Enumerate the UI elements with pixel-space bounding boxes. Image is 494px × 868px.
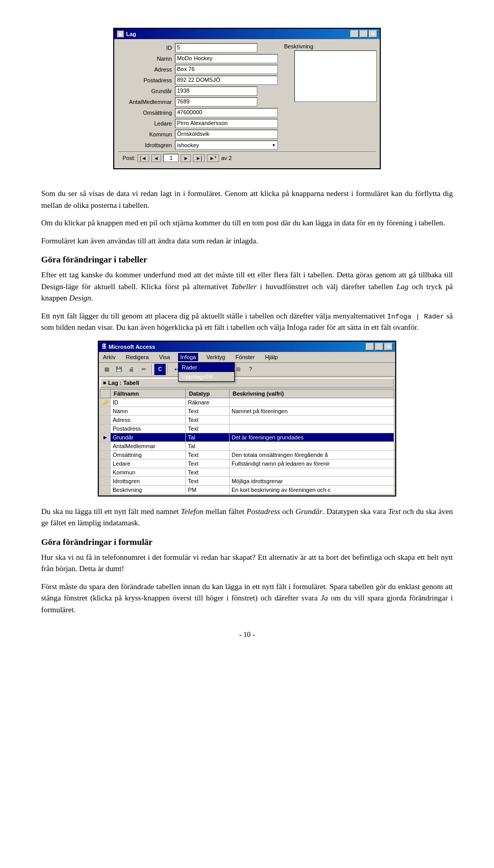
cell-beskrivning-desc[interactable]: En kort beskrivning av föreningen och c <box>229 485 394 494</box>
cell-antal-type[interactable]: Tal <box>186 441 230 450</box>
cell-idrottsgren-desc[interactable]: Möjliga idrottsgrenar <box>229 476 394 485</box>
p7-end: . Datatypen ska vara <box>323 507 389 516</box>
cell-adress-type[interactable]: Text <box>186 415 230 424</box>
cell-ledare-type[interactable]: Text <box>186 459 230 468</box>
cell-postadress-desc[interactable] <box>229 424 394 433</box>
cell-omsattning-name[interactable]: Omsättning <box>111 450 186 459</box>
maximize-button[interactable]: □ <box>360 30 368 38</box>
access-titlebar-buttons: _ □ ✕ <box>366 343 393 350</box>
toolbar-btn-4[interactable]: ✂ <box>138 364 149 375</box>
paragraph-7: Du ska nu lägga till ett nytt fält med n… <box>41 506 453 529</box>
input-kommun[interactable]: Örnsköldsvik <box>175 130 278 139</box>
table-row[interactable]: 🔑 ID Räknare <box>100 398 394 406</box>
cell-id-name[interactable]: ID <box>111 398 186 406</box>
menu-arkiv[interactable]: Arkiv <box>101 353 117 361</box>
cell-grundar-name[interactable]: Grundår <box>111 433 186 441</box>
toolbar-btn-active[interactable]: C <box>154 364 166 375</box>
cell-beskrivning-type[interactable]: PM <box>186 485 230 494</box>
p7-italic2: Postadress <box>246 507 280 516</box>
menu-verktyg[interactable]: Verktyg <box>204 353 227 361</box>
input-id[interactable]: 5 <box>175 43 257 52</box>
infoga-uppslag-item[interactable]: Uppslags­fält... <box>179 372 234 381</box>
cell-ledare-name[interactable]: Ledare <box>111 459 186 468</box>
nav-first-button[interactable]: |◄ <box>137 154 149 162</box>
cell-namn-desc[interactable]: Namnet på föreningen <box>229 406 394 415</box>
toolbar-btn-2[interactable]: 💾 <box>113 364 125 375</box>
page: ■ Lag _ □ ✕ ID 5 N <box>0 0 494 670</box>
table-row[interactable]: Namn Text Namnet på föreningen <box>100 406 394 415</box>
cell-omsattning-type[interactable]: Text <box>186 450 230 459</box>
input-adress[interactable]: Box 76 <box>175 65 278 74</box>
table-design-title: Lag : Tabell <box>108 380 139 386</box>
cell-idrottsgren-name[interactable]: Idrottsgren <box>111 476 186 485</box>
access-maximize-button[interactable]: □ <box>375 343 383 350</box>
design-table: Fältnamn Datatyp Beskrivning (valfri) 🔑 … <box>100 389 394 494</box>
table-row[interactable]: Postadress Text <box>100 424 394 433</box>
cell-antal-desc[interactable] <box>229 441 394 450</box>
cell-idrottsgren-type[interactable]: Text <box>186 476 230 485</box>
table-design-icon: ■ <box>103 380 106 385</box>
nav-last-button[interactable]: ►| <box>193 154 205 162</box>
input-omsattning[interactable]: 47600000 <box>175 108 278 117</box>
input-namn[interactable]: MoDo Hockey <box>175 54 278 63</box>
cell-kommun-type[interactable]: Text <box>186 468 230 476</box>
infoga-rader-item[interactable]: Rader <box>179 363 234 372</box>
input-ledare[interactable]: Pirro Alexandersson <box>175 119 278 128</box>
table-row[interactable]: Kommun Text <box>100 468 394 476</box>
menu-hjalp[interactable]: Hjälp <box>263 353 280 361</box>
cell-namn-type[interactable]: Text <box>186 406 230 415</box>
cell-kommun-desc[interactable] <box>229 468 394 476</box>
cell-adress-name[interactable]: Adress <box>111 415 186 424</box>
col-desc-header: Beskrivning (valfri) <box>229 389 394 398</box>
row-icon-antal <box>100 441 111 450</box>
cell-namn-name[interactable]: Namn <box>111 406 186 415</box>
nav-prev-button[interactable]: ◄ <box>151 154 162 162</box>
cell-postadress-name[interactable]: Postadress <box>111 424 186 433</box>
cell-id-type[interactable]: Räknare <box>186 398 230 406</box>
table-row[interactable]: Adress Text <box>100 415 394 424</box>
input-idrottsgren[interactable]: ishockey ▼ <box>175 140 278 150</box>
label-antal: AntalMedlemmar <box>118 99 175 105</box>
table-row-selected[interactable]: ▶ Grundår Tal Det är föreningen grundade… <box>100 433 394 441</box>
beskrivning-area: Beskrivning <box>284 43 377 151</box>
minimize-button[interactable]: _ <box>350 30 359 38</box>
table-row[interactable]: Idrottsgren Text Möjliga idrottsgrenar <box>100 476 394 485</box>
toolbar-btn-11[interactable]: ? <box>245 364 256 375</box>
nav-current-input[interactable] <box>163 154 179 162</box>
cell-omsattning-desc[interactable]: Den totala omsättningen föregående å <box>229 450 394 459</box>
table-row[interactable]: AntalMedlemmar Tal <box>100 441 394 450</box>
menu-infoga[interactable]: Infoga Rader Uppslags­fält... <box>178 353 198 361</box>
titlebar-buttons: _ □ ✕ <box>350 30 377 38</box>
menu-redigera[interactable]: Redigera <box>123 353 151 361</box>
cell-postadress-type[interactable]: Text <box>186 424 230 433</box>
cell-grundar-type[interactable]: Tal <box>186 433 230 441</box>
toolbar-btn-3[interactable]: 🖨 <box>126 364 137 375</box>
input-grundar[interactable]: 1938 <box>175 86 257 96</box>
access-minimize-button[interactable]: _ <box>366 343 374 350</box>
table-row[interactable]: Beskrivning PM En kort beskrivning av fö… <box>100 485 394 494</box>
row-icon-idrottsgren <box>100 476 111 485</box>
label-idrottsgren: Idrottsgren <box>118 142 175 148</box>
row-icon-omsattning <box>100 450 111 459</box>
input-postadress[interactable]: 892 22 DOMSJÖ <box>175 76 278 85</box>
table-row[interactable]: Omsättning Text Den totala omsättningen … <box>100 450 394 459</box>
toolbar-btn-1[interactable]: ▤ <box>101 364 112 375</box>
table-row[interactable]: Ledare Text Fullständigt namn på ledaren… <box>100 459 394 468</box>
cell-grundar-desc[interactable]: Det är föreningen grundades <box>229 433 394 441</box>
menu-visa[interactable]: Visa <box>157 353 172 361</box>
cell-kommun-name[interactable]: Kommun <box>111 468 186 476</box>
cell-adress-desc[interactable] <box>229 415 394 424</box>
access-close-button[interactable]: ✕ <box>384 343 393 350</box>
nav-new-button[interactable]: ►* <box>207 154 219 162</box>
beskrivning-field[interactable] <box>294 50 377 102</box>
menu-fonster[interactable]: Fönster <box>234 353 257 361</box>
cell-ledare-desc[interactable]: Fullständigt namn på ledaren av förenir <box>229 459 394 468</box>
cell-beskrivning-name[interactable]: Beskrivning <box>111 485 186 494</box>
input-antal[interactable]: 7689 <box>175 97 257 107</box>
p3-text: Formuläret kan även användas till att än… <box>41 237 258 245</box>
dialog-title: Lag <box>126 31 136 37</box>
close-button[interactable]: ✕ <box>369 30 377 38</box>
cell-antal-name[interactable]: AntalMedlemmar <box>111 441 186 450</box>
nav-next-button[interactable]: ► <box>181 154 191 162</box>
cell-id-desc[interactable] <box>229 398 394 406</box>
